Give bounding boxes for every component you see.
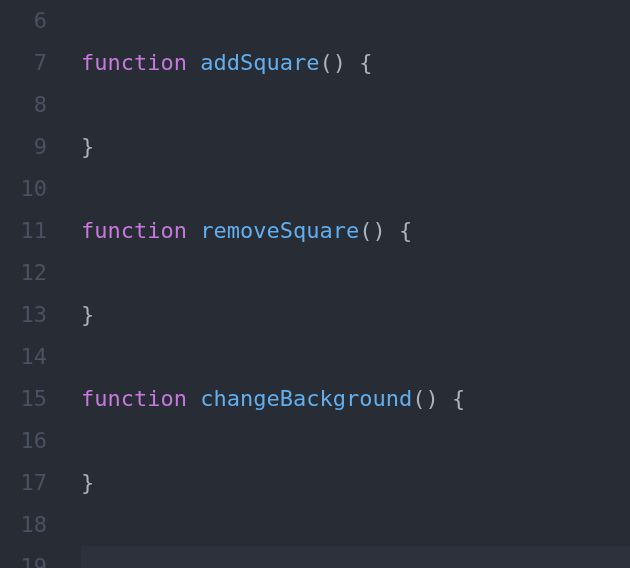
line-number: 10 [0, 168, 47, 210]
code-line[interactable]: function addSquare() { [81, 42, 630, 84]
code-token: () [412, 386, 439, 411]
code-token: { [399, 218, 412, 243]
code-token: } [81, 134, 94, 159]
code-token: removeSquare [200, 218, 359, 243]
code-line[interactable] [81, 504, 630, 546]
code-line[interactable]: } [81, 294, 630, 336]
line-number: 13 [0, 294, 47, 336]
code-line[interactable] [81, 252, 630, 294]
code-line[interactable] [81, 168, 630, 210]
code-token: changeBackground [200, 386, 412, 411]
line-number: 12 [0, 252, 47, 294]
line-number: 16 [0, 420, 47, 462]
code-token [386, 218, 399, 243]
code-line[interactable] [81, 336, 630, 378]
code-token: function [81, 386, 187, 411]
code-token [346, 50, 359, 75]
line-number: 6 [0, 0, 47, 42]
code-area[interactable]: function addSquare() {}function removeSq… [55, 0, 630, 568]
line-number-gutter: 678910111213141516171819 [0, 0, 55, 568]
code-line[interactable]: } [81, 462, 630, 504]
line-number: 18 [0, 504, 47, 546]
code-token [187, 386, 200, 411]
line-number: 17 [0, 462, 47, 504]
code-line[interactable] [81, 84, 630, 126]
code-line[interactable]: function changeBackground() { [81, 378, 630, 420]
line-number: 14 [0, 336, 47, 378]
line-number: 7 [0, 42, 47, 84]
code-line[interactable] [81, 420, 630, 462]
code-editor[interactable]: 678910111213141516171819 function addSqu… [0, 0, 630, 568]
code-token [187, 218, 200, 243]
code-token [187, 50, 200, 75]
code-token: } [81, 302, 94, 327]
line-number: 11 [0, 210, 47, 252]
code-line[interactable]: } [81, 126, 630, 168]
line-number: 19 [0, 546, 47, 568]
code-line[interactable] [81, 0, 630, 42]
code-token: { [359, 50, 372, 75]
line-number: 8 [0, 84, 47, 126]
code-token: () [359, 218, 386, 243]
code-token: } [81, 470, 94, 495]
code-token: { [452, 386, 465, 411]
code-token: addSquare [200, 50, 319, 75]
line-number: 9 [0, 126, 47, 168]
code-token: () [319, 50, 346, 75]
line-number: 15 [0, 378, 47, 420]
code-token [439, 386, 452, 411]
code-token: function [81, 218, 187, 243]
code-line[interactable]: function removeSquare() { [81, 210, 630, 252]
code-line[interactable] [81, 546, 630, 568]
code-token: function [81, 50, 187, 75]
